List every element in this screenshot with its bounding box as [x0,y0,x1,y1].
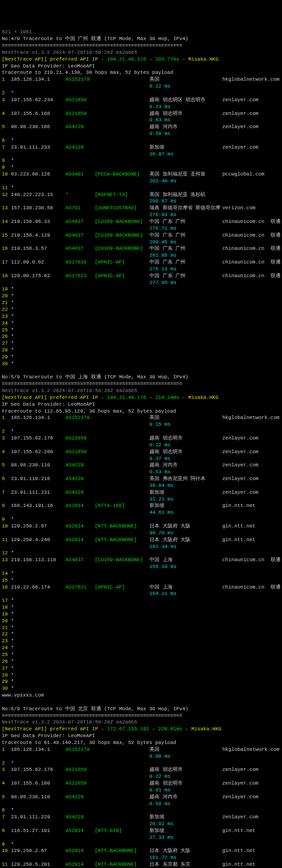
version-line: NextTrace v1.3.2 2024-07-28T10:50:28Z ea… [2,388,137,393]
hop-ip: * [11,550,66,557]
hop-loc: 新加坡 [149,502,222,509]
hop-host: gin.ntt.net [222,502,256,509]
hop-loc: 美国 加利福尼亚 洛杉矶 [149,191,222,198]
hop-host: zenlayer.com [222,97,258,103]
api-prefix: [NextTrace API] preferred API IP - [2,57,107,62]
hop-latency-row: 208.67 ms [2,198,280,205]
hop-latency-row: 0.12 ms [2,83,280,90]
hop-row: 8168.143.191.16AS2914[NTTA-168]新加坡gin.nt… [2,502,280,509]
hop-num: 2 [2,760,11,767]
hop-ms: 0.08 ms [149,753,170,760]
hop-num: 4 [2,110,11,117]
hop-net: [UUNETCUSTB40] [95,205,149,212]
hop-num: 5 [2,462,11,469]
hop-num: 22 [2,306,11,313]
hop-num: 26 [2,658,11,665]
hop-num: 14 [2,218,11,225]
hop-loc: 中国 广东 广州 [149,232,222,239]
hop-num: 9 [2,164,11,171]
hop-ip: 140.222.223.15 [11,191,66,198]
hop-ip: * [11,327,66,334]
traceroute-line: traceroute to 112.65.95.129, 30 hops max… [2,408,176,414]
hop-num: 17 [2,597,11,604]
hop-as: AS4229 [66,462,95,469]
hop-latency-row: 0.58 ms [2,801,280,807]
hop-as: AS4229 [66,124,95,130]
hop-ip: * [11,577,66,584]
hop-ip: * [11,320,66,327]
hop-num: 6 [2,475,11,482]
hop-ip: * [11,658,66,665]
hop-loc: 美国 [149,746,222,753]
hop-host: zenlayer.com [222,475,258,482]
hop-num: 30 [2,685,11,692]
hop-num: 16 [2,584,11,591]
hop-host: zenlayer.com [222,449,258,455]
hop-ip: 107.155.62.200 [11,449,66,455]
hop-loc: 越南 河内市 [149,124,222,130]
hop-ms: 101.72 ms [149,854,176,861]
hop-ms: 0.22 ms [149,442,170,449]
traceroute-line: traceroute to 61.49.140.217, 30 hops max… [2,740,176,745]
hop-row: 30* [2,361,280,367]
hop-latency-row: 202.40 ms [2,178,280,185]
hop-host: chinaunicom.cn 联通 [222,245,281,252]
hop-ip: 157.130.230.58 [11,205,66,212]
hop-host: gin.ntt.net [222,847,256,854]
hop-ip: * [11,672,66,679]
hop-ip: * [11,841,66,848]
hop-loc: 新加坡 [149,489,222,496]
hop-row: 22* [2,306,280,313]
hop-row: 23* [2,638,280,645]
hop-num: 24 [2,645,11,651]
hop-ms: 0.53 ms [149,469,170,475]
hop-loc: 日本 大阪府 大阪 [149,523,222,530]
hop-row: 19* [2,611,280,618]
hop-row: 27* [2,340,280,347]
hop-host: zenlayer.com [222,794,258,801]
hop-ms: 0.58 ms [149,130,170,137]
hop-num: 29 [2,354,11,361]
hop-ip: * [11,306,66,313]
hop-num: 9 [2,516,11,523]
hop-row: 3107.155.62.176AS21859越南 胡志明市zenlayer.co… [2,435,280,442]
hop-ip: 107.155.62.176 [11,766,66,773]
hop-ip: * [11,665,66,672]
hop-num: 29 [2,678,11,685]
hop-row: 723.91.111.233AS4229新加坡zenlayer.com [2,144,280,151]
hop-as: AS4837 [66,557,95,563]
hop-ip: * [11,340,66,347]
hop-num: 28 [2,672,11,679]
hop-latency-row: 101.72 ms [2,854,280,861]
hop-ip: 107.155.6.168 [11,110,66,117]
hop-net: [CU169-BACKBONE] [95,245,149,252]
hop-row: 13219.158.113.118AS4837[CU169-BACKBONE]中… [2,557,280,563]
hop-num: 7 [2,489,11,496]
trace-header: No:5/9 Traceroute to 中国 上海 联通 (TCP Mode,… [2,374,188,380]
hop-row: 21* [2,300,280,306]
hop-row: 20* [2,618,280,625]
hop-loc: 中国 上海 [149,584,222,591]
hop-host: verizon.com [222,205,256,212]
hop-ip: * [11,286,66,293]
hop-ip: 185.126.134.1 [11,746,66,753]
hop-row: 16219.158.3.57AS4837[CU169-BACKBONE]中国 广… [2,245,280,252]
hop-as: AS4229 [66,814,95,821]
hop-loc: 中国 广东 广州 [149,273,222,279]
hop-ip: 120.80.175.62 [11,273,66,279]
hop-ip: * [11,651,66,658]
hop-ip: 98.98.230.110 [11,794,66,801]
api-prefix: [NextTrace API] preferred API IP - [2,395,107,400]
hop-row: 27* [2,665,280,672]
hop-as: AS4837 [66,232,95,239]
hop-as: AS4229 [66,489,95,496]
hop-ip: 116.51.27.101 [11,827,66,834]
hop-num: 20 [2,293,11,300]
hop-host: zenlayer.com [222,435,258,442]
hop-num: 18 [2,273,11,279]
hop-row: 9* [2,516,280,523]
hop-ms: 102.34 ms [149,543,176,550]
hop-as: AS21859 [66,766,95,773]
hop-ms: 280.45 ms [149,239,176,246]
hop-row: 29* [2,354,280,361]
